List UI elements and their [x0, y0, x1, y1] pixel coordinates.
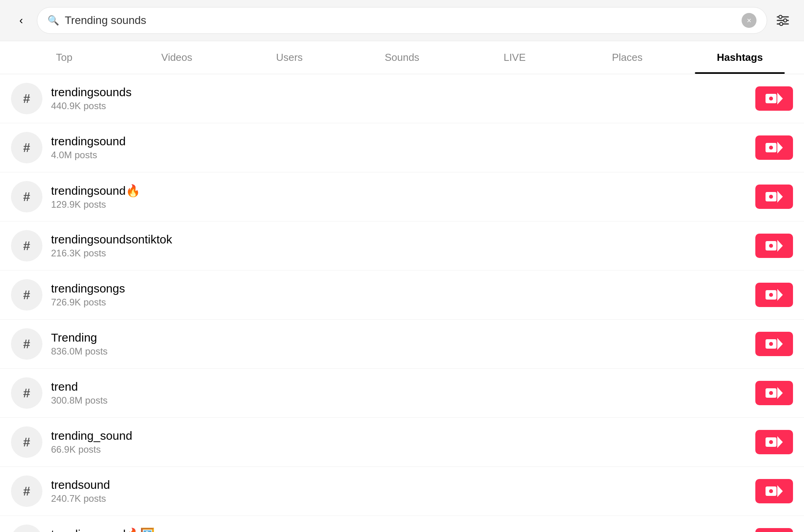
hashtag-info: trending_sound 66.9K posts	[51, 429, 747, 455]
list-item[interactable]: # trending_sound 66.9K posts	[0, 418, 804, 467]
hashtag-name: trendingsoundsontiktok	[51, 233, 747, 246]
tab-top-label: Top	[56, 51, 72, 63]
search-input-wrapper: 🔍 ×	[37, 7, 767, 34]
svg-marker-25	[777, 387, 783, 399]
list-item[interactable]: # trendingsongs 726.9K posts	[0, 271, 804, 320]
video-button[interactable]	[755, 135, 793, 160]
hashtag-info: trendsound 240.7K posts	[51, 478, 747, 504]
video-button[interactable]	[755, 381, 793, 405]
search-input[interactable]	[65, 14, 736, 27]
search-icon: 🔍	[48, 15, 59, 26]
svg-point-14	[769, 195, 773, 199]
tab-top[interactable]: Top	[8, 41, 121, 74]
tab-sounds[interactable]: Sounds	[346, 41, 459, 74]
hashtag-name: Trending	[51, 331, 747, 344]
hashtag-posts: 216.3K posts	[51, 248, 747, 259]
hash-icon: #	[11, 475, 42, 507]
tab-hashtags[interactable]: Hashtags	[683, 41, 796, 74]
tab-users-label: Users	[276, 51, 303, 63]
hashtag-posts: 836.0M posts	[51, 346, 747, 357]
hashtag-info: trendingsongs 726.9K posts	[51, 282, 747, 308]
hashtag-name: trendingsounds	[51, 86, 747, 99]
hash-icon: #	[11, 132, 42, 163]
hashtag-info: trendingsound 4.0M posts	[51, 135, 747, 161]
list-item[interactable]: # trendingsoundsontiktok 216.3K posts	[0, 221, 804, 271]
clear-icon[interactable]: ×	[742, 13, 756, 28]
hash-icon: #	[11, 83, 42, 114]
svg-point-3	[779, 15, 782, 18]
hashtag-name: trending_sound	[51, 429, 747, 442]
svg-marker-7	[777, 93, 783, 104]
list-item[interactable]: # trendingsound🔥🖼️ 1118 posts	[0, 516, 804, 532]
hashtag-info: trendingsoundsontiktok 216.3K posts	[51, 233, 747, 259]
hashtag-name: trendingsound🔥	[51, 184, 747, 197]
tab-places[interactable]: Places	[571, 41, 683, 74]
tab-hashtags-label: Hashtags	[717, 51, 763, 63]
svg-point-26	[769, 391, 773, 395]
list-item[interactable]: # trendsound 240.7K posts	[0, 467, 804, 516]
svg-marker-19	[777, 289, 783, 301]
svg-marker-16	[777, 240, 783, 252]
tab-videos-label: Videos	[161, 51, 192, 63]
tab-sounds-label: Sounds	[385, 51, 419, 63]
video-button[interactable]	[755, 430, 793, 454]
video-button[interactable]	[755, 185, 793, 209]
hashtag-posts: 300.8M posts	[51, 395, 747, 406]
video-button[interactable]	[755, 479, 793, 503]
hashtag-name: trendingsongs	[51, 282, 747, 295]
search-bar: ‹ 🔍 ×	[0, 0, 804, 41]
hashtag-name: trendsound	[51, 478, 747, 492]
hash-icon: #	[11, 525, 42, 532]
hashtag-list: # trendingsounds 440.9K posts # trending…	[0, 74, 804, 532]
hashtag-posts: 726.9K posts	[51, 297, 747, 308]
svg-point-5	[780, 22, 783, 26]
video-button[interactable]	[755, 86, 793, 111]
svg-point-17	[769, 244, 773, 248]
tab-places-label: Places	[612, 51, 643, 63]
list-item[interactable]: # trendingsound🔥 129.9K posts	[0, 172, 804, 221]
svg-point-4	[784, 19, 787, 22]
hash-icon: #	[11, 426, 42, 458]
svg-point-23	[769, 342, 773, 346]
svg-marker-13	[777, 191, 783, 203]
tab-users[interactable]: Users	[233, 41, 346, 74]
svg-point-29	[769, 440, 773, 444]
list-item[interactable]: # Trending 836.0M posts	[0, 320, 804, 369]
back-arrow-icon: ‹	[19, 14, 23, 27]
hash-icon: #	[11, 377, 42, 409]
tab-live-label: LIVE	[504, 51, 526, 63]
hashtag-name: trend	[51, 380, 747, 393]
hashtag-info: Trending 836.0M posts	[51, 331, 747, 357]
tab-videos[interactable]: Videos	[121, 41, 233, 74]
svg-point-32	[769, 489, 773, 493]
hashtag-posts: 129.9K posts	[51, 199, 747, 210]
hashtag-info: trend 300.8M posts	[51, 380, 747, 406]
hashtag-posts: 66.9K posts	[51, 444, 747, 455]
list-item[interactable]: # trend 300.8M posts	[0, 369, 804, 418]
hashtag-name: trendingsound🔥🖼️	[51, 527, 747, 532]
video-button[interactable]	[755, 283, 793, 307]
tab-live[interactable]: LIVE	[458, 41, 571, 74]
hashtag-info: trendingsound🔥🖼️ 1118 posts	[51, 527, 747, 532]
video-button[interactable]	[755, 528, 793, 532]
hash-icon: #	[11, 328, 42, 360]
clear-x: ×	[747, 16, 751, 25]
hash-icon: #	[11, 181, 42, 212]
video-button[interactable]	[755, 332, 793, 356]
hash-icon: #	[11, 279, 42, 311]
svg-point-20	[769, 293, 773, 297]
video-button[interactable]	[755, 234, 793, 258]
svg-marker-28	[777, 436, 783, 448]
hashtag-info: trendingsound🔥 129.9K posts	[51, 184, 747, 210]
hashtag-posts: 240.7K posts	[51, 493, 747, 504]
svg-point-11	[769, 146, 773, 150]
svg-marker-22	[777, 338, 783, 350]
filter-icon[interactable]	[773, 10, 793, 31]
hashtag-info: trendingsounds 440.9K posts	[51, 86, 747, 112]
svg-marker-10	[777, 142, 783, 154]
back-button[interactable]: ‹	[11, 10, 31, 31]
list-item[interactable]: # trendingsounds 440.9K posts	[0, 74, 804, 123]
hashtag-name: trendingsound	[51, 135, 747, 148]
list-item[interactable]: # trendingsound 4.0M posts	[0, 123, 804, 172]
hashtag-posts: 4.0M posts	[51, 150, 747, 161]
